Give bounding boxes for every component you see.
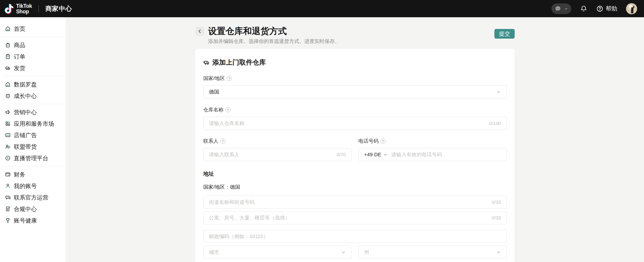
sidebar-item-affiliate[interactable]: 联盟带货 [0, 141, 66, 152]
sidebar-item-live-management[interactable]: 直播管理平台 [0, 152, 66, 164]
live-play-icon [5, 155, 11, 161]
contact-field: 0/70 [203, 148, 352, 161]
street-input[interactable] [209, 199, 489, 205]
sidebar-item-compliance-center[interactable]: 合规中心 [0, 203, 66, 215]
tiktok-note-icon [4, 4, 14, 14]
data-compass-icon [5, 81, 11, 87]
country-label: 国家/地区 ? [203, 75, 507, 82]
people-icon [5, 144, 11, 150]
apartment-counter: 0/35 [492, 215, 501, 221]
sidebar-divider [2, 76, 64, 76]
avatar[interactable] [626, 3, 637, 14]
back-arrow-icon [197, 28, 202, 34]
warehouse-name-input[interactable] [209, 121, 486, 127]
pickup-truck-icon [203, 59, 210, 66]
postcode-input[interactable] [209, 234, 501, 240]
bag-icon [5, 42, 11, 48]
sidebar-item-finance[interactable]: 财务 [0, 169, 66, 180]
sidebar-divider [2, 104, 64, 104]
brand-text: TikTok Shop [16, 3, 32, 14]
chevron-down-icon [564, 6, 568, 11]
svg-text:AD: AD [6, 134, 10, 136]
back-button[interactable] [196, 27, 204, 36]
trophy-icon [5, 217, 11, 223]
finance-card-icon [5, 171, 11, 177]
growth-icon [5, 93, 11, 99]
sidebar: 首页 商品 订单 发货 数据罗盘 成长中心 [0, 17, 66, 262]
sidebar-item-data-compass[interactable]: 数据罗盘 [0, 79, 66, 90]
compliance-doc-icon [5, 206, 11, 212]
sidebar-item-growth-center[interactable]: 成长中心 [0, 90, 66, 102]
sidebar-item-account-health[interactable]: 账号健康 [0, 215, 66, 226]
sidebar-item-my-account[interactable]: 我的账号 [0, 180, 66, 192]
contact-help-icon[interactable]: ? [220, 138, 225, 144]
sidebar-item-marketing-center[interactable]: 营销中心 [0, 106, 66, 118]
sidebar-item-orders[interactable]: 订单 [0, 51, 66, 62]
warehouse-name-field: 0/100 [203, 117, 507, 130]
sidebar-divider [2, 37, 64, 37]
sidebar-item-app-service-market[interactable]: 应用和服务市场 [0, 118, 66, 130]
tiktok-shop-logo[interactable]: TikTok Shop [4, 3, 32, 14]
truck-icon [5, 65, 11, 71]
user-icon [5, 183, 11, 189]
country-help-icon[interactable]: ? [227, 76, 232, 81]
main-area: 设置仓库和退货方式 添加并编辑仓库。选择你的首选退货方式。进度实时保存。 提交 … [66, 17, 644, 262]
apartment-field: 0/35 [203, 211, 507, 224]
country-select[interactable]: 德国 [203, 85, 507, 98]
sidebar-item-shop-ads[interactable]: AD 店铺广告 [0, 130, 66, 141]
chevron-down-icon [496, 89, 501, 95]
apps-grid-icon [5, 121, 11, 127]
chat-bubble-icon [554, 5, 561, 12]
chevron-down-icon [341, 250, 346, 255]
street-counter: 0/35 [492, 199, 501, 205]
contact-input[interactable] [209, 152, 334, 158]
page-title: 设置仓库和退货方式 [208, 26, 340, 36]
warehouse-name-label: 仓库名称 ? [203, 106, 507, 113]
phone-label: 电话号码 ? [358, 138, 507, 144]
phone-country-code-select[interactable]: +49 DE [364, 152, 388, 158]
contact-counter: 0/70 [336, 152, 346, 157]
phone-input[interactable] [391, 152, 501, 158]
sidebar-item-products[interactable]: 商品 [0, 39, 66, 51]
contact-label: 联系人 ? [203, 138, 352, 144]
city-select[interactable]: 城市 [203, 246, 352, 259]
chevron-down-icon [496, 250, 501, 255]
warehouse-name-help-icon[interactable]: ? [225, 107, 230, 112]
page-subtitle: 添加并编辑仓库。选择你的首选退货方式。进度实时保存。 [208, 38, 340, 45]
chat-icon [5, 194, 11, 200]
notifications-bell-icon[interactable] [580, 5, 588, 12]
phone-field: +49 DE [358, 148, 507, 161]
submit-button[interactable]: 提交 [494, 29, 515, 39]
question-circle-icon [596, 5, 604, 12]
street-field: 0/35 [203, 196, 507, 209]
sidebar-item-contact-official[interactable]: 联系官方运营 [0, 192, 66, 203]
page-header: 设置仓库和退货方式 添加并编辑仓库。选择你的首选退货方式。进度实时保存。 提交 [196, 26, 515, 45]
help-label: 帮助 [606, 5, 617, 12]
postcode-field [203, 230, 507, 243]
language-selector[interactable] [552, 3, 571, 14]
clipboard-icon [5, 54, 11, 60]
help-button[interactable]: 帮助 [596, 5, 617, 12]
chevron-down-icon [383, 152, 388, 157]
app-title: 商家中心 [45, 4, 72, 13]
warehouse-name-counter: 0/100 [489, 121, 501, 126]
phone-help-icon[interactable]: ? [380, 138, 386, 144]
page: TikTok Shop 商家中心 [0, 0, 644, 262]
state-select[interactable]: 州 [358, 246, 507, 259]
sidebar-item-shipping[interactable]: 发货 [0, 62, 66, 74]
sidebar-divider [2, 166, 64, 166]
warehouse-form-card: 添加上门取件仓库 国家/地区 ? 德国 仓库名称 ? [196, 49, 515, 262]
topbar: TikTok Shop 商家中心 [0, 0, 644, 17]
home-icon [5, 26, 11, 32]
section-title: 添加上门取件仓库 [203, 58, 507, 67]
address-country-line: 国家/地区：德国 [203, 184, 507, 191]
topbar-divider [38, 5, 39, 12]
apartment-input[interactable] [209, 215, 489, 221]
address-heading: 地址 [203, 170, 507, 177]
megaphone-icon [5, 109, 11, 115]
ad-icon: AD [5, 132, 11, 138]
sidebar-item-home[interactable]: 首页 [0, 23, 66, 34]
